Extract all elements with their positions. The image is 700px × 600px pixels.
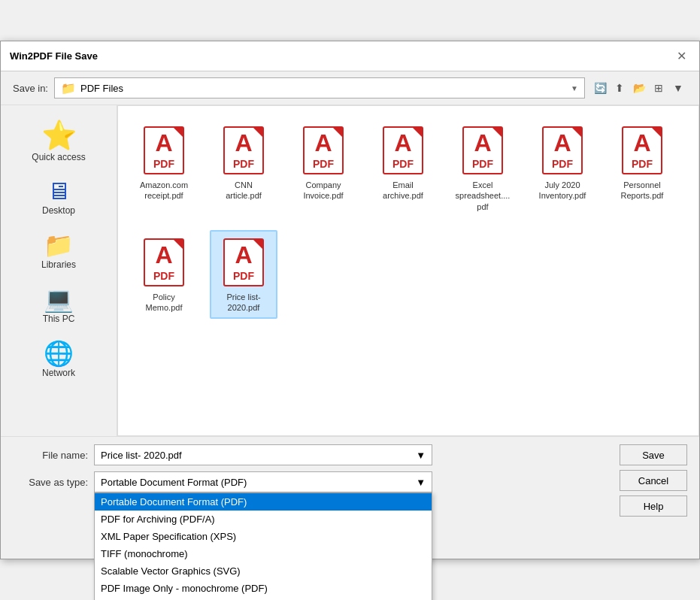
save-in-dropdown[interactable]: 📁 PDF Files ▼ — [54, 77, 585, 98]
dropdown-arrow-icon: ▼ — [571, 84, 578, 92]
pdf-icon-wrapper: APDF — [380, 124, 426, 177]
save-as-type-row: Save as type: Portable Document Format (… — [13, 471, 620, 492]
dropdown-option-xps[interactable]: XML Paper Specification (XPS) — [95, 528, 432, 545]
file-item[interactable]: APDFPrice list- 2020.pdf — [210, 230, 277, 320]
file-name-container: Price list- 2020.pdf ▼ — [94, 444, 432, 465]
pdf-a-glyph: A — [155, 243, 172, 267]
folder-name: PDF Files — [80, 83, 566, 94]
close-button[interactable]: ✕ — [672, 47, 690, 65]
pdf-icon-wrapper: APDF — [301, 124, 346, 177]
pdf-label: PDF — [153, 270, 174, 282]
pdf-a-glyph: A — [474, 131, 491, 155]
bottom-left: File name: Price list- 2020.pdf ▼ Save a… — [13, 444, 620, 551]
file-name-arrow-icon: ▼ — [416, 450, 426, 461]
pdf-icon: APDF — [144, 238, 184, 286]
pdf-label: PDF — [632, 158, 653, 170]
dropdown-option-svg[interactable]: Scalable Vector Graphics (SVG) — [95, 562, 432, 580]
nav-view-button[interactable]: ⊞ — [650, 79, 668, 97]
file-save-dialog: Win2PDF File Save ✕ Save in: 📁 PDF Files… — [0, 41, 700, 559]
pdf-icon-wrapper: APDF — [141, 236, 186, 289]
file-item[interactable]: APDFAmazon.com receipt.pdf — [130, 118, 198, 218]
quick-access-icon: ⭐ — [41, 119, 77, 152]
pdf-label: PDF — [392, 158, 414, 170]
sidebar-label-network: Network — [42, 368, 75, 378]
sidebar-label-desktop: Desktop — [42, 205, 75, 216]
save-as-type-select[interactable]: Portable Document Format (PDF) ▼ — [94, 471, 432, 492]
file-label: Email archive.pdf — [375, 180, 431, 202]
sidebar-label-libraries: Libraries — [41, 259, 76, 270]
pdf-a-glyph: A — [155, 131, 172, 155]
file-name-input[interactable]: Price list- 2020.pdf ▼ — [94, 444, 432, 465]
dropdown-option-tiff[interactable]: TIFF (monochrome) — [95, 545, 432, 562]
toolbar: Save in: 📁 PDF Files ▼ 🔄 ⬆ 📂 ⊞ ▼ — [1, 71, 699, 105]
pdf-icon: APDF — [303, 126, 344, 174]
pdf-a-glyph: A — [633, 131, 650, 155]
pdf-label: PDF — [552, 158, 573, 170]
dropdown-option-pdf[interactable]: Portable Document Format (PDF) — [95, 493, 432, 511]
sidebar-item-libraries[interactable]: 📁 Libraries — [14, 225, 104, 276]
save-in-label: Save in: — [13, 83, 48, 94]
save-as-type-value: Portable Document Format (PDF) — [101, 477, 247, 488]
file-name-row: File name: Price list- 2020.pdf ▼ — [13, 444, 620, 465]
bottom-full-row: File name: Price list- 2020.pdf ▼ Save a… — [13, 444, 687, 551]
cancel-button[interactable]: Cancel — [620, 470, 687, 491]
dropdown-option-pdf-mono[interactable]: PDF Image Only - monochrome (PDF) — [95, 580, 432, 597]
nav-up-button[interactable]: ⬆ — [611, 79, 629, 97]
folder-icon: 📁 — [61, 81, 76, 95]
sidebar: ⭐ Quick access 🖥 Desktop 📁 Libraries 💻 T… — [1, 105, 117, 436]
file-name-value: Price list- 2020.pdf — [101, 450, 182, 461]
help-button[interactable]: Help — [620, 495, 687, 517]
sidebar-label-this-pc: This PC — [43, 314, 75, 324]
dropdown-option-pdf-color[interactable]: PDF Image Only - color (PDF) — [95, 597, 432, 600]
pdf-icon: APDF — [223, 238, 264, 286]
pdf-icon-wrapper: APDF — [460, 124, 505, 177]
save-button[interactable]: Save — [620, 444, 687, 465]
main-area: ⭐ Quick access 🖥 Desktop 📁 Libraries 💻 T… — [1, 105, 699, 436]
pdf-a-glyph: A — [235, 243, 252, 267]
pdf-icon: APDF — [144, 126, 184, 174]
sidebar-label-quick-access: Quick access — [32, 152, 85, 162]
file-item[interactable]: APDFEmail archive.pdf — [369, 118, 437, 218]
file-grid: APDFAmazon.com receipt.pdfAPDFCNN articl… — [117, 105, 699, 436]
pdf-icon: APDF — [383, 126, 423, 174]
libraries-icon: 📁 — [44, 231, 74, 259]
action-buttons: Save Cancel Help — [620, 444, 687, 517]
sidebar-item-desktop[interactable]: 🖥 Desktop — [14, 171, 104, 222]
file-item[interactable]: APDFPolicy Memo.pdf — [130, 230, 198, 320]
this-pc-icon: 💻 — [44, 285, 74, 314]
pdf-a-glyph: A — [553, 131, 571, 155]
file-label: Amazon.com receipt.pdf — [136, 180, 192, 202]
pdf-icon: APDF — [223, 126, 264, 174]
pdf-icon: APDF — [462, 126, 503, 174]
nav-new-folder-button[interactable]: 📂 — [630, 79, 648, 97]
file-label: Policy Memo.pdf — [136, 292, 192, 314]
file-label: Price list- 2020.pdf — [216, 292, 271, 314]
pdf-icon-wrapper: APDF — [141, 124, 186, 177]
file-item[interactable]: APDFPersonnel Reports.pdf — [608, 118, 676, 218]
file-label: Company Invoice.pdf — [295, 180, 351, 202]
pdf-label: PDF — [313, 158, 334, 170]
dialog-title: Win2PDF File Save — [10, 50, 98, 62]
sidebar-item-quick-access[interactable]: ⭐ Quick access — [14, 113, 104, 168]
save-as-type-label: Save as type: — [13, 477, 88, 488]
nav-back-button[interactable]: 🔄 — [591, 79, 609, 97]
save-as-type-arrow-icon: ▼ — [416, 477, 426, 488]
pdf-a-glyph: A — [314, 131, 332, 155]
pdf-a-glyph: A — [235, 131, 252, 155]
pdf-icon: APDF — [622, 126, 662, 174]
dropdown-option-pdf-archive[interactable]: PDF for Archiving (PDF/A) — [95, 511, 432, 528]
save-as-type-dropdown-list[interactable]: Portable Document Format (PDF)PDF for Ar… — [94, 492, 432, 600]
file-item[interactable]: APDFJuly 2020 Inventory.pdf — [529, 118, 596, 218]
pdf-icon-wrapper: APDF — [221, 236, 266, 289]
pdf-label: PDF — [153, 158, 174, 170]
file-item[interactable]: APDFCNN article.pdf — [210, 118, 277, 218]
sidebar-item-network[interactable]: 🌐 Network — [14, 333, 104, 384]
file-label: Excel spreadsheet....pdf — [455, 180, 511, 212]
nav-view-arrow-button[interactable]: ▼ — [669, 79, 687, 97]
file-item[interactable]: APDFCompany Invoice.pdf — [289, 118, 357, 218]
desktop-icon: 🖥 — [47, 177, 71, 205]
file-label: Personnel Reports.pdf — [614, 180, 670, 202]
pdf-label: PDF — [233, 158, 254, 170]
file-item[interactable]: APDFExcel spreadsheet....pdf — [449, 118, 517, 218]
sidebar-item-this-pc[interactable]: 💻 This PC — [14, 279, 104, 330]
